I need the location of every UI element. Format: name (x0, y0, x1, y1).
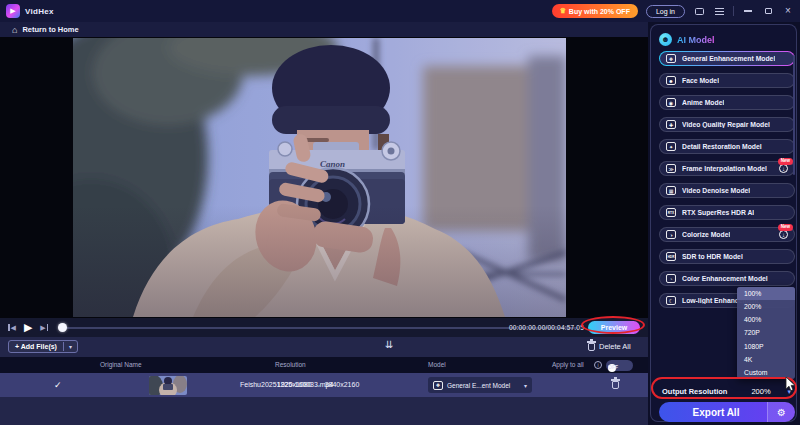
color-enhancement-icon: ◔ (666, 274, 676, 283)
prev-frame-bar-icon (8, 324, 10, 331)
bottom-strip (0, 397, 648, 425)
resolution-from: 1920x1080 (277, 381, 312, 388)
export-settings-button[interactable]: ⚙ (767, 402, 795, 422)
model-label: Face Model (682, 77, 719, 84)
previous-frame-button[interactable]: ◀ (8, 324, 16, 332)
close-button[interactable]: × (782, 5, 794, 17)
seek-handle[interactable] (58, 323, 67, 332)
anime-model-icon: ◉ (666, 98, 676, 107)
output-resolution-row: Output Resolution 200% ▾ (659, 383, 795, 400)
add-files-button[interactable]: + Add File(s) ▾ (8, 340, 78, 353)
general-enhancement-icon: ❖ (666, 54, 676, 63)
menu-icon (715, 8, 724, 15)
model-item-video-quality-repair[interactable]: ✚ Video Quality Repair Model (659, 117, 795, 132)
export-all-button[interactable]: Export All ⚙ (659, 402, 795, 422)
resolution-option-custom[interactable]: Custom (737, 366, 795, 379)
download-icon[interactable]: ↓ (779, 164, 788, 173)
output-resolution-label: Output Resolution (662, 387, 727, 396)
resolution-option-4k[interactable]: 4K (737, 353, 795, 366)
resolution-option-200[interactable]: 200% (737, 300, 795, 313)
model-label: RTX SuperRes HDR AI (682, 209, 754, 216)
add-files-label: + Add File(s) (9, 343, 63, 350)
return-home-button[interactable]: ⌂ Return to Home (0, 22, 648, 37)
next-frame-bar-icon (47, 324, 49, 331)
app-window: ▶ VidHex ♛ Buy with 20% OFF Log in × ⌂ R… (0, 0, 800, 425)
model-item-rtx-superres[interactable]: RTX RTX SuperRes HDR AI (659, 205, 795, 220)
play-button[interactable]: ▶ (24, 321, 32, 334)
login-button-label: Log in (656, 8, 675, 15)
playback-bar: ◀ ▶ ▶ 00:00:00.00/00:04:57.05 Preview (0, 318, 648, 337)
play-icon: ▶ (24, 321, 32, 334)
model-item-anime[interactable]: ◉ Anime Model (659, 95, 795, 110)
buy-button-label: Buy with 20% OFF (569, 8, 630, 15)
main-menu-button[interactable] (713, 5, 725, 17)
return-home-label: Return to Home (22, 25, 78, 34)
sidebar-scrollbar[interactable] (793, 55, 795, 175)
login-button[interactable]: Log in (646, 5, 685, 18)
apply-to-all-toggle[interactable]: OFF (606, 360, 633, 371)
output-resolution-value[interactable]: 200% (751, 387, 770, 396)
info-icon[interactable]: i (594, 361, 602, 369)
resolution-to: 3840x2160 (325, 381, 360, 388)
prev-frame-icon: ◀ (11, 324, 16, 332)
gear-icon: ⚙ (777, 407, 786, 418)
model-item-face[interactable]: ☻ Face Model (659, 73, 795, 88)
titlebar: ▶ VidHex ♛ Buy with 20% OFF Log in × (0, 0, 800, 22)
delete-all-label: Delete All (599, 342, 631, 351)
minimize-icon (744, 10, 752, 12)
repair-model-icon: ✚ (666, 120, 676, 129)
chevron-down-icon[interactable]: ▾ (787, 388, 791, 396)
arrow-right-icon: → (315, 381, 322, 388)
model-item-detail-restoration[interactable]: ✦ Detail Restoration Model (659, 139, 795, 154)
model-item-video-denoise[interactable]: ▦ Video Denoise Model (659, 183, 795, 198)
model-item-colorize[interactable]: ◑ Colorize Model ↓ New (659, 227, 795, 242)
file-thumbnail (149, 376, 187, 395)
toggle-state-label: OFF (608, 364, 618, 370)
preview-button[interactable]: Preview (588, 321, 640, 334)
resolution-option-400[interactable]: 400% (737, 313, 795, 326)
buy-button[interactable]: ♛ Buy with 20% OFF (552, 4, 638, 18)
model-item-general-enhancement[interactable]: ❖ General Enhancement Model (659, 51, 795, 66)
file-resolution: 1920x1080 → 3840x2160 (277, 381, 359, 388)
model-label: Frame Interpolation Model (682, 165, 767, 172)
model-label: Video Quality Repair Model (682, 121, 770, 128)
row-delete-button[interactable] (612, 381, 619, 389)
resolution-option-1080p[interactable]: 1080P (737, 340, 795, 353)
collapse-panel-button[interactable]: ⇊ (385, 339, 393, 350)
maximize-button[interactable] (762, 5, 774, 17)
row-model-label: General E...ent Model (447, 382, 510, 389)
resolution-option-720p[interactable]: 720P (737, 326, 795, 339)
model-item-sdr-to-hdr[interactable]: HDR SDR to HDR Model (659, 249, 795, 264)
maximize-icon (765, 8, 772, 14)
video-preview: Canon (73, 38, 566, 317)
download-icon[interactable]: ↓ (779, 230, 788, 239)
app-name: VidHex (25, 7, 54, 16)
hdr-icon: HDR (666, 252, 676, 261)
frame-interpolation-icon: ≫ (666, 164, 676, 173)
row-model-dropdown[interactable]: ❖ General E...ent Model ▾ (428, 377, 532, 393)
model-item-color-enhancement[interactable]: ◔ Color Enhancement Model (659, 271, 795, 286)
moon-icon: ☾ (666, 296, 676, 305)
minimize-button[interactable] (742, 5, 754, 17)
trash-icon (588, 343, 595, 351)
crown-icon: ♛ (560, 7, 566, 15)
model-label: SDR to HDR Model (682, 253, 743, 260)
chevron-down-icon: ▾ (64, 343, 77, 350)
export-all-label: Export All (659, 407, 767, 418)
model-item-frame-interpolation[interactable]: ≫ Frame Interpolation Model ↓ New (659, 161, 795, 176)
close-icon: × (785, 6, 791, 16)
model-label: Anime Model (682, 99, 724, 106)
face-model-icon: ☻ (666, 76, 676, 85)
chevron-down-icon: ▾ (524, 382, 527, 389)
file-table-row[interactable]: ✓ Feishu20251225-160033.mp4 1920x1080 → … (0, 373, 648, 397)
model-label: Color Enhancement Model (682, 275, 768, 282)
resolution-option-100[interactable]: 100% (737, 287, 795, 300)
file-table-header: Original Name Resolution Model Apply to … (0, 357, 648, 373)
mini-player-button[interactable] (693, 5, 705, 17)
delete-all-button[interactable]: Delete All (588, 341, 631, 351)
apply-to-all-label: Apply to all (552, 361, 584, 368)
row-checkbox[interactable]: ✓ (54, 380, 62, 390)
new-badge: New (778, 224, 793, 231)
next-frame-button[interactable]: ▶ (40, 324, 48, 332)
denoise-model-icon: ▦ (666, 186, 676, 195)
